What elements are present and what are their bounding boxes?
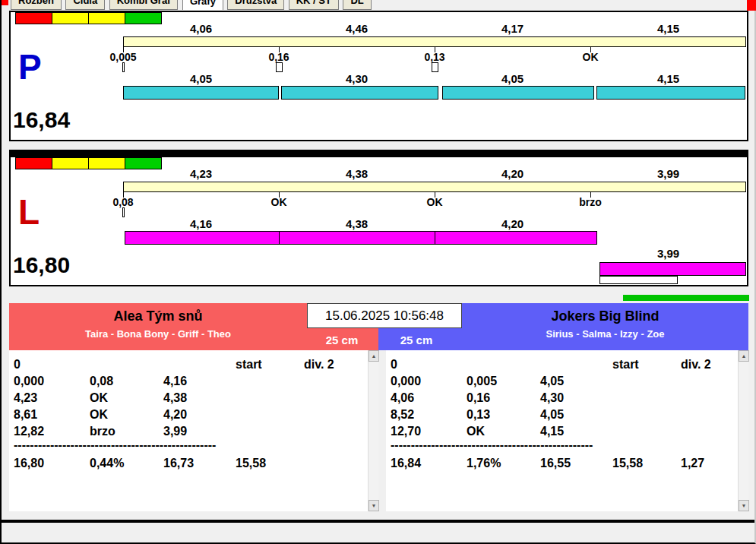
result-cell: 4,15 — [540, 423, 612, 440]
result-rows: 0 start div. 2 0,000 0,08 4,16 4,23 OK 4… — [14, 356, 367, 473]
scroll-up-icon[interactable]: ▲ — [739, 350, 749, 362]
exchange-time: 0,005 — [89, 52, 157, 63]
result-cell: 1,76% — [467, 452, 540, 473]
tab-grafy[interactable]: Grafy — [182, 0, 223, 10]
scroll-down-icon[interactable]: ▼ — [739, 500, 749, 511]
scroll-down-icon[interactable]: ▼ — [369, 500, 379, 511]
result-cell — [540, 356, 612, 373]
lane-total-time: 16,84 — [13, 108, 70, 132]
split-time: 3,99 — [590, 168, 746, 180]
jump-height-label: 25 cm — [378, 333, 454, 348]
result-cell: div. 2 — [304, 356, 367, 373]
indicator-yellow-1 — [52, 157, 89, 169]
result-cell: 0,000 — [14, 373, 90, 390]
result-cell: 0,08 — [90, 373, 163, 390]
indicator-yellow-2 — [88, 12, 125, 24]
split-time — [590, 218, 746, 230]
result-cell: 0,16 — [467, 390, 540, 406]
team-name: Alea Tým snů — [9, 308, 307, 324]
result-totals-row: 16,84 1,76% 16,55 15,58 1,27 — [391, 452, 737, 473]
run-bar-placeholder — [599, 276, 678, 284]
result-cell: 1,27 — [681, 452, 737, 473]
split-time: 4,20 — [435, 218, 590, 230]
tab-kk-st[interactable]: KK / ST — [289, 0, 339, 10]
tab-bar: Rozběh Cidla Kombi Graf Grafy Družstva K… — [11, 0, 372, 10]
result-row: 8,61 OK 4,20 — [14, 406, 367, 423]
result-cell: 4,06 — [391, 390, 467, 406]
split-time: 4,30 — [279, 73, 435, 85]
result-cell: 0,005 — [467, 373, 540, 390]
dog-run-bar — [123, 86, 279, 100]
result-cell: 4,05 — [540, 373, 612, 390]
split-time: 4,38 — [279, 218, 435, 230]
result-cell: 12,70 — [391, 423, 467, 440]
tab-dl[interactable]: DL — [343, 0, 371, 10]
datetime-display: 15.06.2025 10:56:48 — [307, 303, 462, 328]
indicator-yellow-2 — [88, 157, 125, 169]
red-status-box — [747, 0, 756, 11]
vertical-scrollbar[interactable]: ▲ ▼ — [738, 350, 748, 511]
exchange-time: 0,13 — [400, 52, 469, 63]
lane-letter: L — [18, 194, 40, 230]
split-time: 4,38 — [279, 168, 435, 180]
split-time: 4,15 — [590, 73, 746, 85]
tab-druzstva[interactable]: Družstva — [227, 0, 284, 10]
result-header-row: 0 start div. 2 — [14, 356, 367, 373]
result-cell: 0 — [391, 356, 467, 373]
result-cell: 4,05 — [540, 406, 612, 423]
result-text-area-left[interactable]: 0 start div. 2 0,000 0,08 4,16 4,23 OK 4… — [9, 350, 378, 511]
red-indicator-corner — [2, 0, 8, 5]
lane-letter: P — [18, 49, 42, 85]
timeline-bar — [123, 182, 746, 192]
result-cell: 16,55 — [540, 452, 612, 473]
result-header-row: 0 start div. 2 — [391, 356, 737, 373]
result-cell: 0,44% — [90, 452, 163, 473]
jump-height-label: 25 cm — [304, 333, 380, 348]
result-cell: brzo — [90, 423, 163, 440]
result-cell — [304, 452, 367, 473]
split-time: 4,46 — [279, 23, 435, 35]
result-cell: 4,20 — [163, 406, 236, 423]
result-row: 12,70 OK 4,15 — [391, 423, 737, 440]
exchange-time: OK — [400, 197, 469, 208]
exchange-marker — [122, 62, 125, 72]
split-time: 4,05 — [435, 73, 590, 85]
bar-segment-divider — [279, 231, 280, 245]
exchange-time: OK — [556, 52, 625, 63]
split-time: 3,99 — [590, 247, 746, 260]
result-cell: 15,58 — [612, 452, 681, 473]
result-text-area-right[interactable]: 0 start div. 2 0,000 0,005 4,05 4,06 0,1… — [386, 350, 748, 511]
result-cell: 4,23 — [14, 390, 90, 406]
vertical-scrollbar[interactable]: ▲ ▼ — [368, 350, 378, 511]
result-cell: 3,99 — [163, 423, 236, 440]
exchange-marker — [276, 62, 283, 72]
result-rows: 0 start div. 2 0,000 0,005 4,05 4,06 0,1… — [391, 356, 737, 473]
separator-line: ----------------------------------------… — [391, 440, 612, 452]
result-row: 4,06 0,16 4,30 — [391, 390, 737, 406]
result-cell — [90, 356, 163, 373]
team-name: Jokers Big Blind — [462, 308, 748, 324]
scroll-up-icon[interactable]: ▲ — [369, 350, 379, 362]
dog-run-bar — [281, 86, 438, 100]
split-time: 4,15 — [590, 23, 746, 35]
tab-cidla[interactable]: Cidla — [65, 0, 105, 10]
result-cell: 8,52 — [391, 406, 467, 423]
tab-rozbeh[interactable]: Rozběh — [11, 0, 62, 10]
tab-kombi-graf[interactable]: Kombi Graf — [109, 0, 179, 10]
indicator-red — [15, 12, 52, 24]
result-cell: 16,80 — [14, 452, 90, 473]
dog-run-bar — [596, 86, 745, 100]
result-row: 4,23 OK 4,38 — [14, 390, 367, 406]
split-time: 4,16 — [123, 218, 279, 230]
result-cell: div. 2 — [681, 356, 737, 373]
result-cell: 16,73 — [163, 452, 236, 473]
lane-track: 4,23 4,38 4,20 3,99 0,08 OK OK brzo 4,16… — [123, 157, 746, 285]
dog-run-bar — [442, 86, 594, 100]
result-totals-row: 16,80 0,44% 16,73 15,58 — [14, 452, 367, 473]
result-cell: 4,16 — [163, 373, 236, 390]
timeline-bar — [123, 36, 746, 47]
result-cell: OK — [90, 390, 163, 406]
exchange-time: 0,08 — [89, 197, 157, 208]
green-indicator-bar — [623, 295, 749, 301]
result-cell: start — [612, 356, 681, 373]
